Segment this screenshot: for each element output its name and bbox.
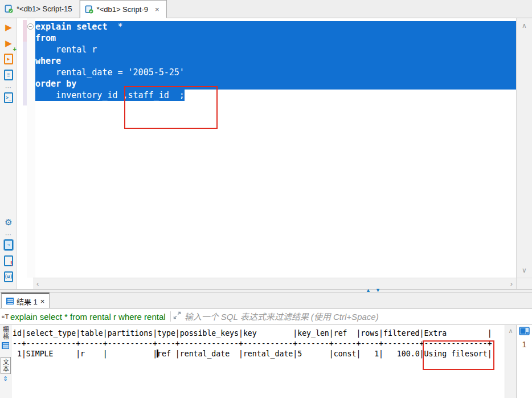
grid-icon <box>6 298 14 304</box>
results-right-strip: 1 <box>516 325 532 398</box>
sql-script-icon <box>5 5 13 13</box>
problems-panel-icon[interactable]: ! <box>4 255 13 266</box>
variables-panel-icon[interactable]: (ω) <box>4 271 13 282</box>
editor-left-toolbar: ▶▶+▶≡⋯>_ ⚙⋯→!(ω) <box>0 18 17 289</box>
tab-label: *<db1> Script-15 <box>17 5 72 13</box>
text-caret <box>157 350 158 358</box>
scroll-up-icon[interactable]: ∧ <box>517 22 532 30</box>
execute-script-icon[interactable]: ▶ <box>4 54 13 64</box>
result-text-line: id|select_type|table|partitions|type|pos… <box>13 328 492 339</box>
execute-statement-icon[interactable]: ▶ <box>2 21 15 34</box>
badge-icon: ! <box>9 261 13 267</box>
grid-view-icon[interactable] <box>2 342 9 349</box>
code-area[interactable]: explain select *from rental rwhere renta… <box>35 21 516 101</box>
tab-label: *<db1> Script-9 <box>97 5 148 14</box>
close-icon[interactable]: × <box>155 5 159 14</box>
annotation-rectangle-result <box>423 340 494 370</box>
editor-tab-script-15[interactable]: *<db1> Script-15 <box>0 0 80 18</box>
query-text-icon: «T <box>0 313 10 320</box>
sql-editor[interactable]: − explain select *from rental rwhere ren… <box>17 18 516 278</box>
sql-console-icon[interactable]: >_ <box>4 92 13 103</box>
scrollbar-corner <box>516 278 532 289</box>
toolbar-top-group: ▶▶+▶≡⋯>_ <box>0 21 17 107</box>
selected-text: from <box>35 33 56 44</box>
selected-text: explain select * <box>35 21 123 33</box>
executed-query-text: explain select * from rental r where ren… <box>10 312 166 322</box>
editor-horizontal-scrollbar[interactable]: ‹ › <box>33 278 516 289</box>
results-filter-bar: «T explain select * from rental r where … <box>0 308 532 325</box>
output-panel-icon[interactable]: → <box>4 239 13 250</box>
close-icon[interactable]: × <box>40 297 45 306</box>
toolbar-overflow-icon[interactable]: ⋯ <box>2 84 15 90</box>
result-text-line: --+-----------+-----+----------+----+---… <box>13 339 492 349</box>
selected-text: rental r <box>35 44 97 55</box>
code-line[interactable]: from <box>35 33 516 44</box>
toolbar-bottom-group: ⚙⋯→!(ω) <box>0 216 17 286</box>
scroll-right-icon[interactable]: › <box>510 279 513 288</box>
divider <box>170 311 171 322</box>
code-line[interactable]: order by <box>35 78 516 90</box>
result-view-switcher: 栅格 文本 ⇕ <box>0 325 11 398</box>
scroll-up-icon[interactable]: ∧ <box>505 327 516 335</box>
settings-gear-icon[interactable]: ⚙ <box>2 216 15 229</box>
editor-gutter: − <box>27 18 35 278</box>
row-count-indicator: 1 <box>522 340 527 349</box>
expand-filter-icon[interactable] <box>173 311 181 322</box>
code-line[interactable]: rental_date = '2005-5-25' <box>35 67 516 78</box>
scroll-left-icon[interactable]: ‹ <box>36 279 39 288</box>
code-line[interactable]: inventory_id ,staff_id ; <box>35 90 516 101</box>
results-tab-bar: 结果 1 × <box>0 293 532 308</box>
annotation-rectangle-editor <box>124 86 218 129</box>
explain-text-output[interactable]: id|select_type|table|partitions|type|pos… <box>13 328 492 359</box>
code-line[interactable]: where <box>35 55 516 67</box>
change-annotation-strip <box>23 42 27 105</box>
editor-tab-bar: *<db1> Script-15 *<db1> Script-9 × <box>0 0 532 18</box>
results-tab-label: 结果 1 <box>17 296 38 307</box>
badge-icon: + <box>13 46 17 52</box>
selected-text: where <box>35 55 61 67</box>
filter-input[interactable] <box>185 308 532 324</box>
selected-text: order by <box>35 78 76 90</box>
explain-execution-plan-icon[interactable]: ≡ <box>4 70 13 80</box>
panels-toggle-icon[interactable]: ⇕ <box>3 375 8 383</box>
selected-text: rental_date = '2005-5-25' <box>35 67 185 78</box>
change-annotation-strip <box>23 20 27 42</box>
scroll-down-icon[interactable]: ∨ <box>517 266 532 274</box>
execute-statement-new-tab-icon[interactable]: ▶+ <box>2 36 15 50</box>
fold-collapse-icon[interactable]: − <box>27 23 34 30</box>
view-tab-grid[interactable]: 栅格 <box>1 326 10 340</box>
results-vertical-scrollbar[interactable]: ∧ <box>505 325 516 398</box>
panels-icon[interactable] <box>519 327 530 338</box>
editor-tab-script-9[interactable]: *<db1> Script-9 × <box>80 0 167 18</box>
toolbar-overflow-icon[interactable]: ⋯ <box>2 232 15 237</box>
results-tab[interactable]: 结果 1 × <box>1 293 50 308</box>
sql-script-icon <box>85 5 93 14</box>
code-line[interactable]: rental r <box>35 44 516 55</box>
code-line[interactable]: explain select * <box>35 21 516 33</box>
view-tab-text[interactable]: 文本 <box>1 357 11 374</box>
editor-vertical-scrollbar[interactable]: ∧ ∨ <box>516 18 532 278</box>
result-text-line: 1|SIMPLE |r | |ref |rental_date |rental_… <box>13 349 492 359</box>
